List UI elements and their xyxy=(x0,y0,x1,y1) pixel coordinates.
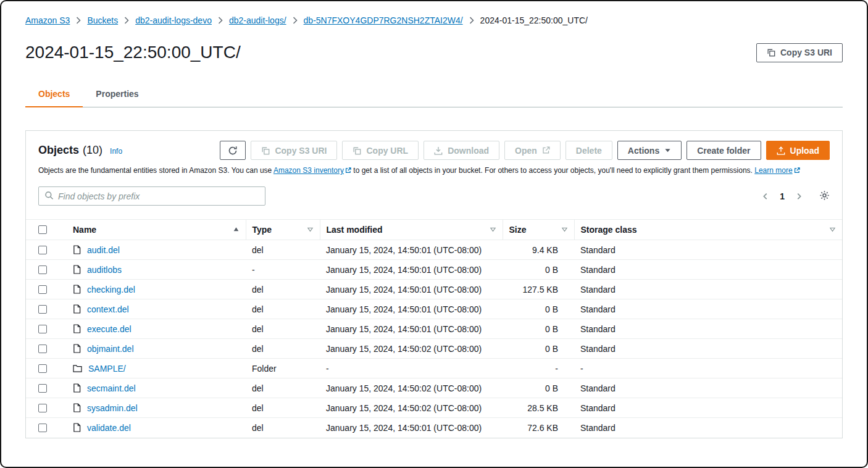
tab-properties[interactable]: Properties xyxy=(83,82,151,107)
learn-more-link[interactable]: Learn more xyxy=(754,166,792,175)
breadcrumb-link-prefix-2[interactable]: db-5N7FXOY4GDP7RG2NSH2ZTAI2W4/ xyxy=(304,15,463,25)
download-icon xyxy=(434,146,443,155)
preferences-gear-button[interactable] xyxy=(819,190,830,203)
object-storage-class: Standard xyxy=(574,299,842,319)
file-icon xyxy=(73,423,81,432)
table-row: SAMPLE/ Folder - - - xyxy=(26,359,842,378)
object-name-link[interactable]: SAMPLE/ xyxy=(88,364,126,374)
object-name-link[interactable]: audit.del xyxy=(87,245,120,255)
actions-dropdown-button[interactable]: Actions xyxy=(617,141,682,160)
column-header-name[interactable]: Name xyxy=(73,225,96,235)
breadcrumb-link-prefix-1[interactable]: db2-audit-logs/ xyxy=(229,15,286,25)
copy-url-button[interactable]: Copy URL xyxy=(342,141,419,160)
row-checkbox[interactable] xyxy=(38,325,47,333)
row-checkbox[interactable] xyxy=(38,384,47,393)
object-name-link[interactable]: objmaint.del xyxy=(87,344,134,354)
tab-objects[interactable]: Objects xyxy=(25,82,83,107)
object-name-link[interactable]: secmaint.del xyxy=(87,383,136,393)
file-icon xyxy=(73,383,81,393)
objects-table: Name Type Last modified Size Storage cla… xyxy=(26,219,842,438)
object-type: del xyxy=(246,378,320,398)
row-checkbox[interactable] xyxy=(38,404,47,412)
column-header-size[interactable]: Size xyxy=(509,225,527,235)
object-storage-class: Standard xyxy=(574,280,842,299)
row-checkbox[interactable] xyxy=(38,364,47,373)
sort-icon[interactable] xyxy=(561,225,568,235)
tab-bar: Objects Properties xyxy=(25,82,843,107)
row-checkbox[interactable] xyxy=(38,285,47,294)
refresh-button[interactable] xyxy=(220,141,246,160)
folder-icon xyxy=(73,364,82,372)
object-count: (10) xyxy=(83,144,102,157)
create-folder-button[interactable]: Create folder xyxy=(686,141,761,160)
row-checkbox[interactable] xyxy=(38,265,47,274)
panel-description: Objects are the fundamental entities sto… xyxy=(26,166,842,184)
table-row: auditlobs - January 15, 2024, 14:50:01 (… xyxy=(26,260,842,280)
copy-s3-uri-button[interactable]: Copy S3 URI xyxy=(251,141,337,160)
object-name-link[interactable]: auditlobs xyxy=(87,265,122,275)
row-checkbox[interactable] xyxy=(38,246,47,254)
chevron-right-icon xyxy=(293,17,298,24)
open-button[interactable]: Open xyxy=(504,141,561,160)
panel-title: Objects xyxy=(38,144,79,157)
sort-icon[interactable] xyxy=(490,225,496,235)
object-storage-class: Standard xyxy=(574,339,842,359)
copy-s3-uri-label: Copy S3 URI xyxy=(275,146,327,156)
object-size: 0 B xyxy=(503,319,574,339)
row-checkbox[interactable] xyxy=(38,424,47,432)
column-header-storage-class[interactable]: Storage class xyxy=(581,225,637,235)
column-header-last-modified[interactable]: Last modified xyxy=(327,225,383,235)
object-type: del xyxy=(246,398,320,418)
previous-page-button[interactable] xyxy=(756,190,775,203)
object-name-link[interactable]: sysadmin.del xyxy=(87,403,138,413)
object-name-link[interactable]: execute.del xyxy=(87,324,131,334)
breadcrumb-link-bucket[interactable]: db2-audit-logs-devo xyxy=(135,15,212,25)
object-storage-class: Standard xyxy=(574,240,842,260)
info-link[interactable]: Info xyxy=(110,147,122,156)
copy-icon xyxy=(353,146,361,155)
search-input[interactable] xyxy=(58,191,259,201)
table-header-row: Name Type Last modified Size Storage cla… xyxy=(26,220,842,240)
table-row: context.del del January 15, 2024, 14:50:… xyxy=(26,299,842,319)
row-checkbox[interactable] xyxy=(38,345,47,353)
object-storage-class: Standard xyxy=(574,260,842,280)
table-row: secmaint.del del January 15, 2024, 14:50… xyxy=(26,378,842,398)
chevron-right-icon xyxy=(76,17,81,24)
breadcrumb-link-amazon-s3[interactable]: Amazon S3 xyxy=(25,15,70,25)
object-size: 127.5 KB xyxy=(503,280,574,299)
object-name-link[interactable]: checking.del xyxy=(87,285,135,295)
upload-button[interactable]: Upload xyxy=(766,141,830,160)
upload-label: Upload xyxy=(790,146,819,156)
object-last-modified: January 15, 2024, 14:50:01 (UTC-08:00) xyxy=(320,260,503,280)
column-header-type[interactable]: Type xyxy=(252,225,272,235)
breadcrumb-link-buckets[interactable]: Buckets xyxy=(87,15,118,25)
object-size: 0 B xyxy=(503,260,574,280)
sort-icon[interactable] xyxy=(307,225,314,235)
external-link-icon xyxy=(345,167,351,175)
delete-button[interactable]: Delete xyxy=(565,141,612,160)
object-name-link[interactable]: validate.del xyxy=(87,423,131,433)
breadcrumb-current: 2024-01-15_22:50:00_UTC/ xyxy=(480,15,588,25)
object-last-modified: January 15, 2024, 14:50:02 (UTC-08:00) xyxy=(320,378,503,398)
pagination: 1 xyxy=(756,190,830,203)
search-box xyxy=(38,186,265,206)
object-name-link[interactable]: context.del xyxy=(87,304,129,314)
file-icon xyxy=(73,265,81,274)
row-checkbox[interactable] xyxy=(38,305,47,314)
copy-s3-uri-header-button[interactable]: Copy S3 URI xyxy=(756,43,843,62)
object-last-modified: January 15, 2024, 14:50:01 (UTC-08:00) xyxy=(320,299,503,319)
object-type: del xyxy=(246,418,320,438)
download-button[interactable]: Download xyxy=(424,141,499,160)
sort-icon[interactable] xyxy=(829,225,836,235)
objects-panel: Objects (10) Info Copy S3 URI Copy URL xyxy=(25,130,843,438)
select-all-checkbox[interactable] xyxy=(38,225,47,234)
next-page-button[interactable] xyxy=(790,190,808,203)
object-size: 28.5 KB xyxy=(503,398,574,418)
create-folder-label: Create folder xyxy=(697,146,750,156)
copy-icon xyxy=(767,48,775,57)
chevron-right-icon xyxy=(218,17,223,24)
file-icon xyxy=(73,285,81,294)
sort-ascending-icon[interactable] xyxy=(233,225,240,235)
s3-inventory-link[interactable]: Amazon S3 inventory xyxy=(273,166,344,175)
object-size: 72.6 KB xyxy=(503,418,574,438)
